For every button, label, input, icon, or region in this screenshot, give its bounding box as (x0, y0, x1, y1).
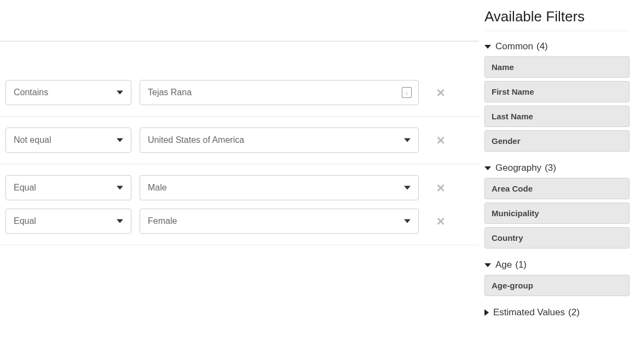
operator-select[interactable]: Contains (5, 80, 131, 105)
filter-block-2: Not equal United States of America × (0, 116, 479, 164)
remove-filter-button[interactable]: × (432, 213, 449, 230)
value-text: Female (148, 216, 177, 226)
chevron-down-icon (404, 138, 411, 142)
chevron-down-icon (117, 219, 123, 223)
group-header[interactable]: Estimated Values(2) (484, 307, 630, 318)
value-text: Tejas Rana (148, 88, 192, 97)
filter-block-1: Contains Tejas Rana × (0, 69, 479, 116)
filter-row: Equal Male × (5, 175, 474, 200)
operator-select[interactable]: Equal (5, 209, 131, 234)
operator-select[interactable]: Not equal (5, 128, 131, 153)
chevron-down-icon (484, 263, 491, 267)
value-text: Male (148, 183, 167, 193)
filter-item-municipality[interactable]: Municipality (484, 203, 630, 224)
value-select[interactable]: Male (140, 175, 419, 200)
filter-item-first-name[interactable]: First Name (484, 81, 630, 102)
chevron-down-icon (117, 186, 123, 190)
value-select[interactable]: United States of America (140, 128, 419, 153)
available-filters-sidebar: Available Filters Common(4) Name First N… (479, 0, 635, 364)
filter-group-age: Age(1) Age-group (484, 259, 630, 296)
group-count: (4) (536, 41, 548, 52)
filter-item-area-code[interactable]: Area Code (484, 178, 630, 199)
filter-item-country[interactable]: Country (484, 227, 630, 249)
filter-item-age-group[interactable]: Age-group (484, 275, 630, 296)
group-header[interactable]: Geography(3) (484, 163, 630, 174)
group-count: (3) (545, 163, 556, 174)
filter-block-3: Equal Male × Equal Female × (0, 164, 479, 245)
filter-item-gender[interactable]: Gender (484, 130, 630, 152)
sidebar-title: Available Filters (484, 8, 630, 31)
group-count: (2) (568, 307, 580, 318)
value-text: United States of America (148, 135, 244, 145)
chevron-down-icon (117, 138, 123, 142)
group-name: Geography (495, 163, 541, 174)
top-spacer (0, 11, 479, 41)
filter-group-estimated-values: Estimated Values(2) (484, 307, 630, 318)
group-name: Common (495, 41, 533, 52)
remove-filter-button[interactable]: × (432, 180, 449, 197)
input-helper-icon[interactable] (402, 87, 412, 98)
filter-group-geography: Geography(3) Area Code Municipality Coun… (484, 163, 630, 249)
chevron-down-icon (404, 186, 411, 190)
remove-filter-button[interactable]: × (432, 84, 449, 101)
group-count: (1) (515, 259, 527, 270)
filter-row: Not equal United States of America × (5, 128, 474, 153)
group-name: Age (495, 259, 512, 270)
filter-row: Contains Tejas Rana × (5, 80, 474, 105)
filter-section: Contains Tejas Rana × Not equal United S… (0, 41, 479, 245)
filter-row: Equal Female × (5, 209, 474, 234)
group-name: Estimated Values (493, 307, 565, 318)
chevron-down-icon (484, 166, 491, 170)
value-select[interactable]: Female (140, 209, 419, 234)
main-filter-area: Contains Tejas Rana × Not equal United S… (0, 0, 479, 364)
chevron-down-icon (484, 45, 491, 49)
operator-select[interactable]: Equal (5, 175, 131, 200)
operator-value: Equal (14, 216, 36, 226)
value-input[interactable]: Tejas Rana (140, 80, 419, 105)
chevron-down-icon (404, 219, 411, 223)
group-header[interactable]: Common(4) (484, 41, 630, 52)
operator-value: Contains (14, 88, 48, 97)
filter-item-name[interactable]: Name (484, 56, 630, 78)
remove-filter-button[interactable]: × (432, 132, 449, 149)
chevron-down-icon (117, 91, 123, 95)
group-header[interactable]: Age(1) (484, 259, 630, 270)
chevron-right-icon (484, 309, 489, 316)
filter-item-last-name[interactable]: Last Name (484, 106, 630, 127)
filter-group-common: Common(4) Name First Name Last Name Gend… (484, 41, 630, 152)
operator-value: Equal (14, 183, 36, 193)
operator-value: Not equal (14, 135, 51, 145)
